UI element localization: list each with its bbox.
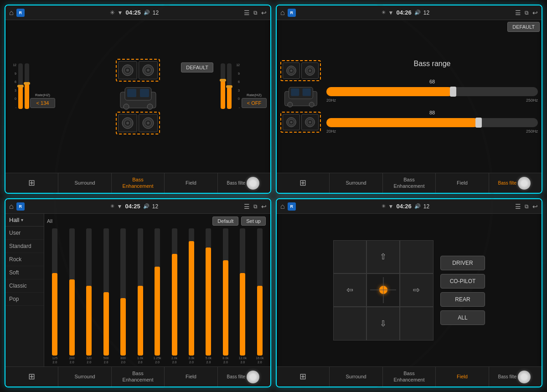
toggle-circle-4[interactable]	[518, 371, 531, 383]
nav-field-2[interactable]: Field	[436, 173, 489, 193]
car-body-container	[116, 83, 160, 110]
slider-thumb-3[interactable]	[220, 79, 226, 82]
nav-field-1[interactable]: Field	[165, 173, 217, 193]
stage-cell-tl	[333, 240, 366, 273]
eq-db-11: 2.0	[235, 361, 250, 364]
eq-bar-fill-9	[206, 248, 211, 356]
car-body-2	[283, 83, 319, 110]
nav-surround-4[interactable]: Surround	[330, 367, 382, 387]
speaker-icon-br	[141, 116, 155, 130]
channel-driver-btn[interactable]: DRIVER	[440, 256, 485, 270]
eq-bar-track-11	[240, 228, 245, 356]
svg-point-14	[126, 122, 129, 124]
channel-all-btn[interactable]: ALL	[440, 310, 485, 325]
sidebar-item-classic[interactable]: Classic	[5, 279, 44, 293]
eq-bar-track-3	[103, 228, 109, 356]
channel-copilot-btn[interactable]: CO-PILOT	[440, 274, 485, 289]
window-icon-4[interactable]: ⧉	[525, 203, 529, 210]
eq-setup-btn[interactable]: Set up	[241, 217, 266, 226]
nav-surround-1[interactable]: Surround	[58, 173, 111, 193]
bass-slider-track-2[interactable]	[326, 118, 538, 127]
home-icon-2[interactable]	[280, 9, 285, 17]
bass-slider-thumb-2[interactable]	[475, 118, 482, 128]
toggle-circle-1[interactable]	[247, 177, 259, 190]
nav-bass-1[interactable]: BassEnhancement	[112, 173, 165, 193]
nav-field-4[interactable]: Field	[436, 367, 489, 387]
nav-bass-4[interactable]: BassEnhancement	[383, 367, 436, 387]
speaker-tl	[118, 61, 137, 79]
nav-eq-icon-2[interactable]: ⊞	[277, 173, 330, 193]
sidebar-item-user[interactable]: User	[5, 227, 44, 240]
home-icon-3[interactable]	[9, 202, 14, 211]
slider-thumb-1[interactable]	[17, 85, 24, 88]
menu-icon-2[interactable]: ☰	[515, 9, 521, 16]
back-icon-2[interactable]: ↩	[532, 9, 538, 16]
nav-eq-icon-3[interactable]: ⊞	[5, 367, 58, 387]
back-icon-4[interactable]: ↩	[532, 203, 538, 210]
nav-eq-icon-4[interactable]: ⊞	[277, 367, 330, 387]
sidebar-item-standard[interactable]: Standard	[5, 240, 44, 253]
svg-point-10	[124, 104, 129, 109]
home-icon[interactable]	[9, 9, 14, 17]
eq-bar-fill-2	[86, 286, 92, 356]
chevron-down-icon[interactable]: ▾	[21, 217, 23, 222]
nav-surround-2[interactable]: Surround	[330, 173, 382, 193]
sidebar-item-soft[interactable]: Soft	[5, 266, 44, 279]
eq-db-9: 2.0	[201, 361, 216, 364]
eq-sidebar: Hall ▾ User Standard Rock Soft Classic P…	[5, 214, 44, 366]
rate-btn-2[interactable]: < OFF	[242, 98, 267, 108]
bass-slider-thumb-1[interactable]	[450, 87, 456, 97]
nav-bassfilter-4[interactable]: Bass filte	[489, 367, 542, 387]
window-icon-2[interactable]: ⧉	[525, 10, 529, 16]
window-icon-3[interactable]: ⧉	[253, 203, 258, 210]
menu-icon-4[interactable]: ☰	[515, 203, 521, 210]
slider-thumb-2[interactable]	[24, 82, 30, 85]
menu-icon-1[interactable]: ☰	[244, 9, 250, 16]
eq-bar-col-10	[218, 228, 233, 356]
arrow-up-icon[interactable]: ⇧	[380, 252, 387, 262]
eq-bar-fill-5	[138, 286, 143, 356]
slider-thumb-4[interactable]	[226, 85, 232, 88]
toggle-circle-3[interactable]	[247, 371, 259, 383]
bluetooth-icon-1: ✳	[110, 9, 115, 16]
nav-surround-3[interactable]: Surround	[58, 367, 111, 387]
sidebar-item-rock[interactable]: Rock	[5, 253, 44, 266]
channel-rear-btn[interactable]: REAR	[440, 292, 485, 307]
car-box-1	[116, 59, 160, 134]
nav-bassfilter-3[interactable]: Bass filte	[218, 367, 270, 387]
eq-bar-col-1	[64, 228, 79, 356]
eq-default-btn[interactable]: Default	[212, 217, 238, 226]
time-display-2: 04:26	[396, 9, 411, 16]
speaker-top-box	[116, 59, 160, 82]
window-icon-1[interactable]: ⧉	[253, 10, 258, 16]
eq-freq-2: 320	[81, 356, 97, 360]
num-badge-3: 12	[152, 203, 158, 210]
bass-slider-track-1[interactable]	[326, 87, 538, 96]
menu-icon-3[interactable]: ☰	[244, 203, 250, 210]
status-right-2: ☰ ⧉ ↩	[515, 9, 538, 16]
toggle-circle-2[interactable]	[518, 177, 531, 190]
nav-field-3[interactable]: Field	[165, 367, 217, 387]
nav-bass-2[interactable]: BassEnhancement	[383, 173, 436, 193]
nav-bassfilter-2[interactable]: Bass filte	[489, 173, 542, 193]
eq-freq-1: 200	[64, 356, 79, 360]
rate-btn-1[interactable]: < 134	[30, 98, 55, 108]
svg-point-11	[147, 104, 153, 109]
nav-eq-icon-1[interactable]: ⊞	[5, 173, 58, 193]
rate-display-2: Rate(HZ) < OFF	[242, 63, 267, 109]
arrow-left-icon[interactable]: ⇦	[346, 285, 353, 295]
default-btn-2[interactable]: DEFAULT	[507, 22, 540, 32]
sidebar-item-pop[interactable]: Pop	[5, 293, 44, 306]
soundstage-grid: ⇧ ⇦ ⇨	[333, 240, 433, 340]
eq-bar-col-9	[201, 228, 216, 356]
nav-bass-3[interactable]: BassEnhancement	[112, 367, 165, 387]
nav-bassfilter-1[interactable]: Bass filte	[218, 173, 270, 193]
back-icon-1[interactable]: ↩	[261, 9, 267, 16]
status-left-icons: R	[9, 9, 25, 17]
home-icon-4[interactable]	[280, 202, 285, 211]
arrow-down-icon[interactable]: ⇩	[380, 319, 387, 329]
eq-db-8: 2.0	[184, 361, 199, 364]
default-btn-1[interactable]: DEFAULT	[181, 62, 213, 72]
back-icon-3[interactable]: ↩	[261, 203, 267, 210]
arrow-right-icon[interactable]: ⇨	[413, 285, 420, 295]
